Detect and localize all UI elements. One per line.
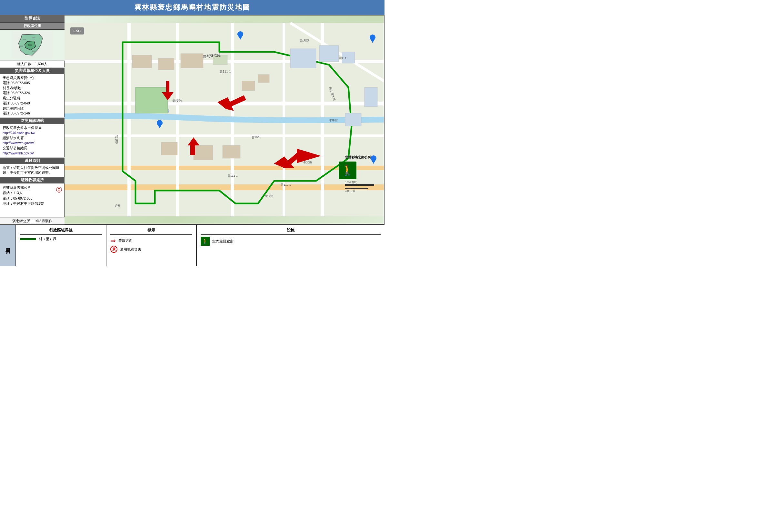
svg-text:新湖: 新湖 <box>23 38 26 40</box>
legend-boundary-title: 行政區域界線 <box>20 228 102 235</box>
legend-facility-section: 設施 🚶 室內避難處所 <box>197 225 384 266</box>
svg-rect-35 <box>161 142 177 155</box>
svg-text:雲111: 雲111 <box>339 56 346 60</box>
population-count: 總人口數：1,604人 <box>0 61 64 68</box>
shelter-phone: 電話：05-6972-005 <box>3 196 44 201</box>
legend-area: 圖例 行政區域界線 村（里）界 標示 ⇒ 疏散方向 震 適用地震災害 設施 🚶 … <box>0 224 384 266</box>
website-link-2[interactable]: http://www.wra.gov.tw/ <box>3 141 34 145</box>
svg-text:400 公尺: 400 公尺 <box>345 190 355 192</box>
shelter-capacity: 容納：113人 <box>3 190 44 196</box>
svg-rect-36 <box>222 145 240 158</box>
svg-text:姐安: 姐安 <box>114 204 120 207</box>
shelter-name: 雲林縣褒忠鄉公所 <box>3 185 44 190</box>
map-area: 馬公厝大排 <box>64 15 384 224</box>
legend-shelter-item: 🚶 室內避難處所 <box>201 237 380 246</box>
map-background: 馬公厝大排 <box>64 15 384 224</box>
svg-rect-30 <box>345 113 361 126</box>
svg-text:泰安路: 泰安路 <box>303 161 312 164</box>
svg-text:雲110-1: 雲110-1 <box>281 183 291 186</box>
website-title: 防災資訊網站 <box>0 118 64 124</box>
map-svg: 馬公厝大排 <box>64 15 384 224</box>
svg-rect-33 <box>258 74 269 83</box>
svg-rect-34 <box>193 145 213 160</box>
earthquake-label: 適用地震災害 <box>120 247 141 252</box>
evacuation-title: 避難原則 <box>0 158 64 164</box>
shelter-label: 室內避難處所 <box>212 239 233 244</box>
disaster-contact-title: 災害通報單位及人員 <box>0 68 64 74</box>
svg-text:水中排: 水中排 <box>329 119 338 122</box>
svg-text:鎮安路: 鎮安路 <box>172 99 182 103</box>
admin-map-title: 行政區位圖 <box>0 23 64 30</box>
svg-text:ESC: ESC <box>74 29 81 33</box>
svg-rect-32 <box>242 81 255 91</box>
legend-boundary-section: 行政區域界線 村（里）界 <box>16 225 106 266</box>
svg-rect-31 <box>364 87 377 107</box>
legend-arrow-item: ⇒ 疏散方向 <box>110 237 192 244</box>
arrow-label: 疏散方向 <box>118 238 133 243</box>
page-title: 雲林縣褒忠鄉馬鳴村地震防災地圖 <box>0 0 384 15</box>
website-link-1[interactable]: http://246.swcb.gov.tw/ <box>3 131 35 135</box>
footer-text: 褒忠鄉公所111年5月製作 <box>0 217 64 224</box>
earthquake-symbol: 震 <box>110 246 117 253</box>
svg-text:馬鳴: 馬鳴 <box>28 44 32 46</box>
svg-text:雲106: 雲106 <box>115 135 118 144</box>
svg-rect-26 <box>135 87 168 113</box>
svg-text:雲111-1: 雲111-1 <box>227 174 238 177</box>
legend-facility-title: 設施 <box>201 228 380 235</box>
website-link-3[interactable]: http://www.thb.gov.tw/ <box>3 152 34 155</box>
legend-marker-section: 標示 ⇒ 疏散方向 震 適用地震災害 <box>106 225 197 266</box>
contact-list: 褒忠鄉災害應變中心 電話:05-6972-005 村長-陳明煌 電話:05-69… <box>0 74 64 118</box>
svg-rect-24 <box>181 54 203 68</box>
legend-marker-title: 標示 <box>110 228 192 235</box>
svg-text:🚶: 🚶 <box>341 164 354 176</box>
svg-text:雲111-1: 雲111-1 <box>219 70 231 74</box>
shelter-symbol: 🚶 <box>201 237 210 246</box>
evacuation-text: 地震：短期先往任開放空間或公園避難，中長期可至室內場所避難。 <box>0 164 64 177</box>
svg-text:潮厝: 潮厝 <box>32 50 35 52</box>
svg-rect-22 <box>132 55 152 68</box>
svg-rect-27 <box>290 49 316 68</box>
svg-rect-68 <box>345 184 374 186</box>
boundary-label: 村（里）界 <box>39 237 56 241</box>
svg-text:雲林縣褒忠鄉公所: 雲林縣褒忠鄉公所 <box>345 155 371 159</box>
legend-label: 圖例 <box>0 225 16 266</box>
svg-rect-28 <box>319 45 339 62</box>
admin-map: 馬鳴 新湖 褒忠 潮厝 龍岩 <box>0 30 64 61</box>
svg-rect-23 <box>158 58 174 70</box>
arrow-symbol: ⇒ <box>110 237 116 244</box>
section-title-disaster-info: 防災資訊 <box>0 15 64 23</box>
svg-text:雲108: 雲108 <box>251 136 259 139</box>
svg-text:新湖路: 新湖路 <box>300 39 310 42</box>
svg-text:褒忠: 褒忠 <box>32 36 35 38</box>
svg-text:1000 英呎: 1000 英呎 <box>345 181 357 184</box>
svg-text:可法街: 可法街 <box>264 194 273 198</box>
shelter-title: 避難收容處所 <box>0 177 64 183</box>
earthquake-symbol: ⓪ <box>56 185 62 195</box>
legend-earthquake-item: 震 適用地震災害 <box>110 246 192 253</box>
legend-boundary-item: 村（里）界 <box>20 237 102 241</box>
shelter-info: 雲林縣褒忠鄉公所 容納：113人 電話：05-6972-005 地址：中民村中正… <box>0 183 64 208</box>
shelter-address: 地址：中民村中正路451號 <box>3 201 44 206</box>
svg-rect-70 <box>345 188 368 189</box>
boundary-line-symbol <box>20 238 36 240</box>
website-list: 行政院農委會水土保持局 http://246.swcb.gov.tw/ 經濟部水… <box>0 124 64 158</box>
svg-text:龍岩: 龍岩 <box>20 45 24 47</box>
